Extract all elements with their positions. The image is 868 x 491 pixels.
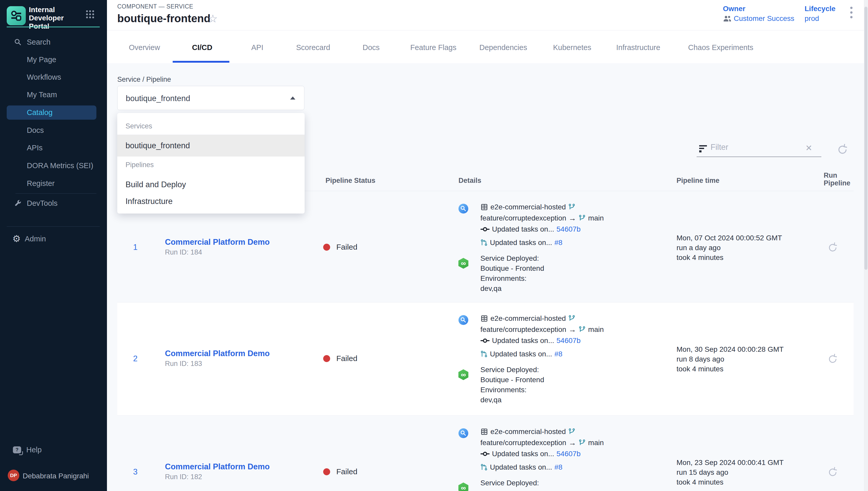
user-avatar[interactable]: DP [8,470,19,481]
app-logo[interactable] [7,6,26,25]
pr-link[interactable]: #8 [554,350,562,358]
status-label: Failed [336,467,358,476]
tab-dependencies[interactable]: Dependencies [479,43,527,52]
dropdown-option-infrastructure[interactable]: Infrastructure [117,192,305,210]
lifecycle-value: prod [805,15,819,23]
tab-chaos-experiments[interactable]: Chaos Experiments [688,43,753,52]
pipeline-name-link[interactable]: Commercial Platform Demo [165,462,270,471]
tab-feature-flags[interactable]: Feature Flags [410,43,457,52]
arrow-icon: → [568,325,576,334]
col-pipeline-time: Pipeline time [677,177,719,185]
dropdown-group-services: Services [125,122,152,130]
search-icon [14,38,22,46]
tab-api[interactable]: API [251,43,264,52]
commit-link[interactable]: 54607b [556,337,580,345]
page-scrollbar[interactable] [864,0,868,491]
favorite-star-icon[interactable]: ☆ [208,12,218,25]
commit-link[interactable]: 54607b [556,225,580,233]
repo-icon [480,315,488,322]
owner-value[interactable]: Customer Success [723,15,794,23]
repo-icon [480,428,488,436]
status-failed-dot [323,244,330,251]
branch-icon [568,203,576,211]
row-number: 2 [130,354,141,363]
repo-line: e2e-commercial-hosted [480,313,576,324]
pipeline-logo-icon [10,10,22,22]
sidebar-item-docs[interactable]: Docs [0,124,107,136]
sidebar-item-help[interactable]: ? Help [0,444,107,455]
ci-stage-icon [459,204,468,213]
tab-kubernetes[interactable]: Kubernetes [553,43,591,52]
tab-cicd[interactable]: CI/CD [192,43,212,52]
pr-link[interactable]: #8 [554,463,562,471]
status-failed-dot [323,468,330,475]
tab-overview[interactable]: Overview [129,43,160,52]
branch-icon [579,439,586,447]
sidebar-item-my-page[interactable]: My Page [0,54,107,65]
pull-request-icon [480,238,488,247]
service-pipeline-dropdown: Services boutique_frontend Pipelines Bui… [117,113,305,213]
help-chat-icon: ? [13,446,21,453]
dropdown-group-pipelines: Pipelines [125,161,154,169]
clear-filter-icon[interactable]: ✕ [805,143,812,153]
service-pipeline-select[interactable]: boutique_frontend [117,86,304,110]
pipeline-name-link[interactable]: Commercial Platform Demo [165,349,270,358]
rerun-pipeline-icon[interactable] [827,466,839,479]
sidebar-item-workflows[interactable]: Workflows [0,71,107,83]
tab-scorecard[interactable]: Scorecard [296,43,330,52]
sidebar-item-catalog[interactable]: Catalog [7,106,96,120]
pipeline-time: Mon, 23 Sep 2024 00:00:41 GMT run 15 day… [677,458,784,487]
sidebar-item-admin[interactable]: ⚙ Admin [0,233,107,244]
kebab-menu-icon[interactable] [850,7,852,18]
sidebar-item-devtools[interactable]: DevTools [0,198,107,209]
branch-icon [568,428,576,436]
pr-link[interactable]: #8 [554,238,562,247]
commit-link[interactable]: 54607b [556,450,580,458]
ci-stage-icon [459,315,468,325]
entity-header: COMPONENT — SERVICE boutique-frontend ☆ … [107,0,868,63]
sidebar-item-apis[interactable]: APIs [0,142,107,153]
run-id: Run ID: 183 [165,360,202,368]
tab-docs[interactable]: Docs [363,43,380,52]
sidebar-item-search[interactable]: Search [0,36,107,48]
commit-icon [480,338,490,344]
cd-stage-icon: ∞ [458,258,469,269]
tab-infrastructure[interactable]: Infrastructure [616,43,660,52]
selected-service: boutique_frontend [126,94,190,103]
rerun-pipeline-icon[interactable] [827,242,839,254]
pr-line: Updated tasks on... #8 [480,462,562,472]
pr-line: Updated tasks on... #8 [480,237,562,248]
filter-input[interactable] [711,143,796,152]
wrench-icon [14,199,22,207]
user-name[interactable]: Debabrata Panigrahi [23,472,89,480]
commit-line: Updated tasks on... 54607b [480,224,581,234]
filter-underline [696,156,822,157]
cd-stage-icon: ∞ [458,483,469,491]
pipeline-name-link[interactable]: Commercial Platform Demo [165,237,270,247]
deploy-details: Service Deployed: Boutique - Frontend En… [480,365,544,405]
dropdown-option-boutique-frontend[interactable]: boutique_frontend [117,135,305,156]
col-details: Details [459,177,482,185]
app-window: Internal Developer Portal Search My Page… [0,0,868,491]
owner-label: Owner [723,5,745,13]
breadcrumb: COMPONENT — SERVICE [117,3,193,10]
active-tab-underline [173,61,229,63]
sidebar-item-register[interactable]: Register [0,178,107,189]
branch-line: feature/corruptedexception → main [480,438,604,448]
branch-line: feature/corruptedexception → main [480,324,604,335]
refresh-icon[interactable] [836,143,849,156]
dropdown-option-build-and-deploy[interactable]: Build and Deploy [117,176,305,194]
repo-line: e2e-commercial-hosted [480,427,576,437]
apps-grid-icon[interactable] [86,10,94,18]
filter-icon [699,145,707,154]
row-number: 3 [130,467,141,476]
sidebar-item-my-team[interactable]: My Team [0,89,107,100]
rerun-pipeline-icon[interactable] [827,353,839,366]
people-icon [723,15,732,22]
branch-icon [579,214,586,222]
ci-stage-icon [459,428,468,438]
commit-line: Updated tasks on... 54607b [480,336,581,346]
scrollbar-thumb[interactable] [864,7,867,270]
status-failed-dot [323,355,330,362]
sidebar-item-dora-metrics[interactable]: DORA Metrics (SEI) [0,160,107,171]
